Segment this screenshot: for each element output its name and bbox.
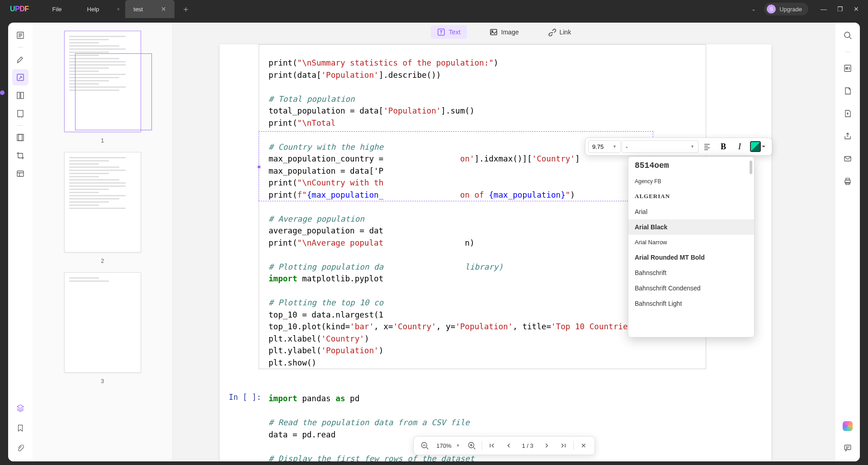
svg-point-13: [844, 32, 850, 38]
minimize-button[interactable]: —: [816, 3, 832, 15]
print-icon[interactable]: [840, 173, 856, 190]
bold-button[interactable]: B: [716, 140, 731, 153]
edge-indicator: [0, 90, 5, 95]
zoom-in-button[interactable]: [465, 439, 478, 452]
thumbnail-panel: 1 2 3: [33, 23, 173, 461]
color-swatch-icon: [750, 141, 761, 152]
chat-icon[interactable]: [840, 440, 856, 456]
font-dropdown: 8514oem Agency FB ALGERIAN Arial Arial B…: [628, 157, 755, 337]
next-page-button[interactable]: [541, 439, 553, 452]
font-option[interactable]: Arial Black: [628, 219, 754, 235]
page-thumbnail-3[interactable]: [64, 272, 141, 373]
organize-icon[interactable]: [12, 87, 28, 104]
chevron-down-icon: ▼: [690, 144, 694, 149]
page-thumbnail-2[interactable]: [64, 152, 141, 252]
tab-separator: ▾: [117, 6, 120, 12]
edit-pdf-icon[interactable]: [12, 69, 28, 85]
link-tool-button[interactable]: Link: [541, 25, 577, 39]
image-tool-icon: [490, 28, 498, 36]
dropdown-scrollbar[interactable]: [750, 161, 752, 174]
upgrade-button[interactable]: S Upgrade: [764, 3, 808, 15]
text-tool-button[interactable]: Text: [431, 25, 467, 39]
font-option[interactable]: Arial Rounded MT Bold: [628, 250, 754, 265]
page-thumbnail-1[interactable]: [64, 31, 141, 132]
tab-close-icon[interactable]: ✕: [161, 5, 166, 13]
new-tab-button[interactable]: ＋: [182, 4, 190, 14]
text-tool-icon: [437, 28, 445, 36]
font-option[interactable]: 8514oem: [628, 157, 754, 174]
link-tool-icon: [547, 28, 556, 36]
menu-file[interactable]: File: [40, 6, 75, 13]
convert-icon[interactable]: [840, 83, 856, 99]
font-option[interactable]: Agency FB: [628, 174, 754, 189]
font-option[interactable]: Bahnschrift Light: [628, 296, 754, 311]
workspace: 1 2 3 Text Image Link: [8, 23, 860, 461]
prev-page-button[interactable]: [502, 439, 514, 452]
svg-rect-2: [17, 92, 20, 99]
main-canvas: Text Image Link print("\nSummary statist…: [173, 23, 835, 461]
document-tab[interactable]: test ✕: [125, 0, 175, 18]
ocr-icon[interactable]: [840, 60, 856, 76]
font-option[interactable]: Arial Narrow: [628, 235, 754, 250]
share-icon[interactable]: [840, 128, 856, 144]
layers-icon[interactable]: [12, 400, 28, 416]
annotate-icon[interactable]: [12, 51, 28, 67]
link-tool-label: Link: [559, 28, 571, 36]
cell-prompt: In [ ]:: [229, 393, 261, 402]
close-nav-button[interactable]: ✕: [577, 439, 590, 452]
chevron-down-icon: ▼: [456, 443, 460, 448]
zoom-level[interactable]: 170%▼: [434, 442, 462, 449]
svg-rect-6: [19, 134, 24, 141]
page-nav-toolbar: 170%▼ 1 / 3 ✕: [413, 436, 595, 455]
svg-point-10: [491, 31, 493, 32]
last-page-button[interactable]: [557, 439, 570, 452]
font-option[interactable]: Arial: [628, 204, 754, 219]
menu-help[interactable]: Help: [75, 6, 112, 13]
svg-rect-5: [17, 134, 22, 141]
svg-rect-19: [844, 445, 851, 450]
font-option[interactable]: Bahnschrift: [628, 265, 754, 280]
crop-icon[interactable]: [12, 147, 28, 164]
search-icon[interactable]: [840, 27, 856, 43]
left-rail: [8, 23, 33, 461]
svg-rect-17: [846, 178, 849, 180]
maximize-button[interactable]: ❐: [832, 3, 848, 15]
code-content: print("\nSummary statistics of the popul…: [269, 57, 666, 369]
svg-rect-15: [844, 157, 851, 161]
svg-rect-3: [21, 92, 24, 99]
font-size-input[interactable]: 9.75▼: [588, 140, 621, 153]
thumb-num-1: 1: [101, 138, 104, 144]
text-tool-label: Text: [449, 28, 461, 36]
tab-title: test: [133, 6, 143, 13]
app-logo: UPDF: [10, 5, 29, 13]
text-format-toolbar: 9.75▼ -▼ B I: [585, 138, 772, 156]
ai-assistant-icon[interactable]: [840, 418, 856, 434]
titlebar: UPDF File Help ▾ test ✕ ＋ ⌄ S Upgrade — …: [0, 0, 868, 18]
image-tool-label: Image: [501, 28, 519, 36]
email-icon[interactable]: [840, 151, 856, 167]
bookmark-icon[interactable]: [12, 420, 28, 436]
reader-mode-icon[interactable]: [12, 27, 28, 43]
page-indicator[interactable]: 1 / 3: [518, 442, 537, 449]
font-option[interactable]: Bahnschrift Condensed: [628, 280, 754, 296]
right-rail: [835, 23, 860, 461]
close-window-button[interactable]: ✕: [848, 3, 864, 15]
tabs-overflow-icon[interactable]: ⌄: [751, 6, 756, 12]
image-tool-button[interactable]: Image: [483, 25, 525, 39]
compress-icon[interactable]: [840, 105, 856, 122]
svg-rect-4: [18, 110, 23, 117]
align-button[interactable]: [699, 140, 715, 153]
edit-toolbar: Text Image Link: [431, 25, 577, 39]
forms-icon[interactable]: [12, 166, 28, 182]
attachment-icon[interactable]: [12, 440, 28, 456]
first-page-button[interactable]: [486, 439, 498, 452]
thumb-num-2: 2: [101, 258, 104, 264]
page-tools-icon[interactable]: [12, 105, 28, 122]
italic-button[interactable]: I: [732, 140, 747, 153]
zoom-out-button[interactable]: [418, 439, 431, 452]
font-option[interactable]: ALGERIAN: [628, 189, 754, 204]
font-family-select[interactable]: -▼: [622, 140, 698, 153]
redact-icon[interactable]: [12, 129, 28, 146]
text-color-button[interactable]: [748, 141, 769, 152]
thumb-num-3: 3: [101, 378, 104, 384]
